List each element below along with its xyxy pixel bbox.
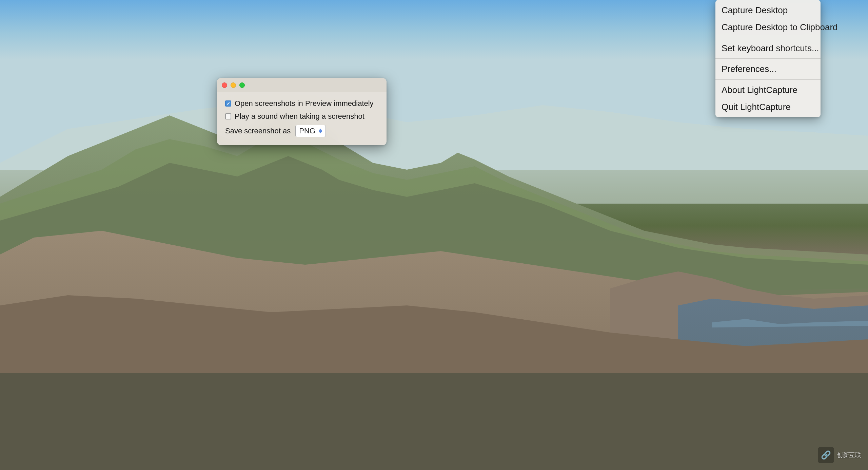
menu-item-capture-clipboard[interactable]: Capture Desktop to Clipboard	[715, 19, 821, 36]
menu-item-quit[interactable]: Quit LightCapture	[715, 98, 821, 115]
label-play-sound: Play a sound when taking a screenshot	[235, 112, 364, 121]
label-open-preview: Open screenshots in Preview immediately	[235, 99, 374, 108]
menu-item-about[interactable]: About LightCapture	[715, 81, 821, 98]
preferences-window: Open screenshots in Preview immediately …	[217, 78, 387, 145]
traffic-lights	[222, 82, 245, 88]
watermark: 🔗 创新互联	[818, 447, 861, 463]
save-format-row: Save screenshot as PNG	[225, 125, 378, 137]
stepper-down-icon	[319, 131, 322, 133]
pref-row-open-preview: Open screenshots in Preview immediately	[225, 99, 378, 108]
menu-item-preferences[interactable]: Preferences...	[715, 60, 821, 77]
stepper-arrows	[319, 129, 322, 133]
checkbox-open-preview[interactable]	[225, 100, 231, 107]
watermark-icon: 🔗	[821, 450, 831, 460]
menu-separator-1	[715, 38, 821, 38]
save-label: Save screenshot as	[225, 127, 291, 135]
menu-item-keyboard-shortcuts[interactable]: Set keyboard shortcuts...	[715, 40, 821, 57]
watermark-logo: 🔗	[818, 447, 834, 463]
stepper-up-icon	[319, 129, 322, 131]
dropdown-menu: Capture Desktop Capture Desktop to Clipb…	[715, 0, 821, 117]
close-button[interactable]	[222, 82, 227, 88]
format-value: PNG	[299, 127, 315, 135]
checkbox-play-sound[interactable]	[225, 113, 231, 119]
menu-separator-2	[715, 58, 821, 59]
menu-item-capture-desktop[interactable]: Capture Desktop	[715, 2, 821, 19]
maximize-button[interactable]	[239, 82, 245, 88]
svg-rect-1	[0, 373, 868, 470]
window-titlebar	[217, 78, 387, 92]
pref-row-play-sound: Play a sound when taking a screenshot	[225, 112, 378, 121]
minimize-button[interactable]	[231, 82, 236, 88]
window-content: Open screenshots in Preview immediately …	[217, 92, 387, 145]
menu-separator-3	[715, 79, 821, 80]
watermark-text: 创新互联	[837, 451, 861, 459]
format-select[interactable]: PNG	[295, 125, 326, 137]
